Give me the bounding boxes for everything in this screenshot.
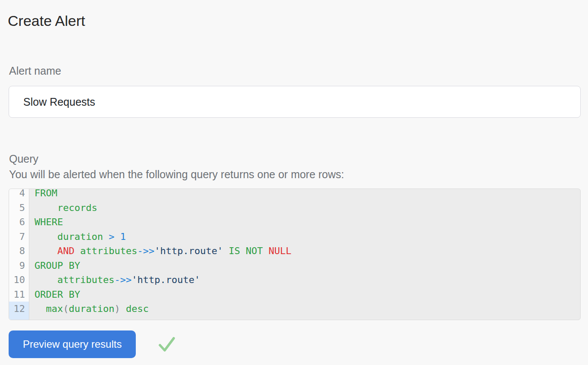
code-row: 12 max(duration) desc	[9, 302, 580, 316]
line-number: 5	[9, 201, 29, 215]
code-row: 4FROM	[9, 189, 580, 201]
code-row: 8 AND attributes->>'http.route' IS NOT N…	[9, 244, 580, 258]
code-row: 5 records	[9, 201, 580, 215]
line-number: 9	[9, 258, 29, 273]
success-check-icon	[158, 336, 175, 352]
query-description: You will be alerted when the following q…	[9, 168, 344, 181]
code-line[interactable]: attributes->>'http.route'	[29, 273, 580, 287]
line-number: 11	[9, 287, 29, 302]
line-number: 12	[9, 302, 29, 316]
code-line[interactable]: GROUP BY	[29, 258, 580, 273]
alert-name-input[interactable]	[9, 86, 581, 118]
code-row: 10 attributes->>'http.route'	[9, 273, 580, 287]
line-number: 7	[9, 230, 29, 244]
line-number: 10	[9, 273, 29, 287]
code-line[interactable]: max(duration) desc	[29, 302, 580, 316]
code-line[interactable]: FROM	[29, 189, 580, 201]
code-lines: 4FROM5 records6WHERE7 duration > 18 AND …	[9, 189, 580, 316]
alert-name-label: Alert name	[9, 65, 61, 77]
line-number: 8	[9, 244, 29, 258]
code-line[interactable]: records	[29, 201, 580, 215]
code-line[interactable]: duration > 1	[29, 230, 580, 244]
code-row: 7 duration > 1	[9, 230, 580, 244]
line-number: 6	[9, 215, 29, 230]
code-line[interactable]: AND attributes->>'http.route' IS NOT NUL…	[29, 244, 580, 258]
line-number: 4	[9, 189, 29, 201]
page-title: Create Alert	[8, 13, 85, 29]
preview-query-results-button[interactable]: Preview query results	[9, 330, 136, 358]
code-row: 9GROUP BY	[9, 258, 580, 273]
code-line[interactable]: ORDER BY	[29, 287, 580, 302]
query-label: Query	[9, 153, 38, 165]
code-row: 6WHERE	[9, 215, 580, 230]
sql-query-editor[interactable]: 4FROM5 records6WHERE7 duration > 18 AND …	[9, 189, 581, 320]
code-line[interactable]: WHERE	[29, 215, 580, 230]
code-row: 11ORDER BY	[9, 287, 580, 302]
